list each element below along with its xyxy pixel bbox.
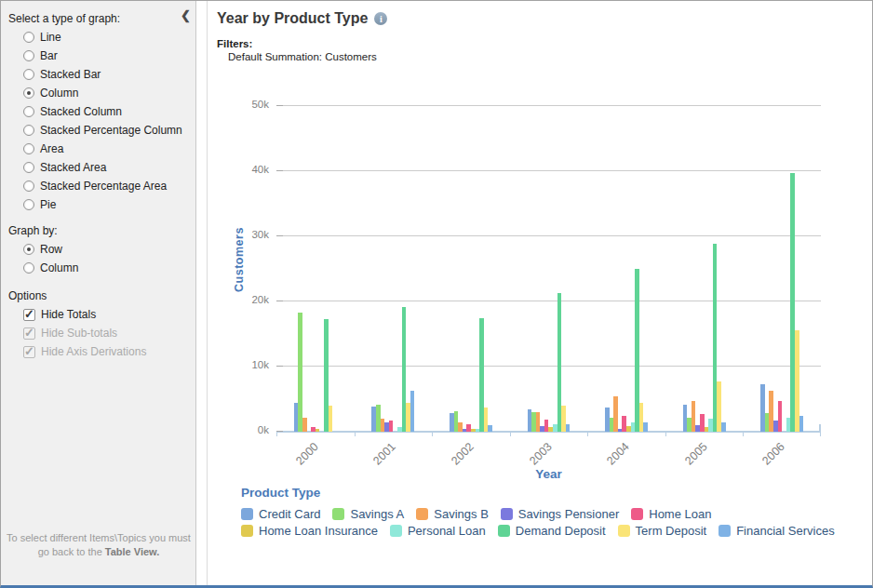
bar-home-loan-2001[interactable] bbox=[389, 421, 394, 432]
info-icon[interactable]: i bbox=[374, 12, 387, 25]
graph-type-column[interactable]: Column bbox=[23, 86, 78, 100]
title-row: Year by Product Type i bbox=[217, 10, 387, 27]
option-hide-axis-derivations: Hide Axis Derivations bbox=[23, 344, 146, 359]
x-axis-title: Year bbox=[276, 467, 821, 481]
bar-savings-a-2000[interactable] bbox=[298, 313, 302, 432]
option-label: Hide Sub-totals bbox=[41, 327, 117, 340]
gridline-40k bbox=[276, 170, 821, 171]
bar-financial-services-2004[interactable] bbox=[643, 422, 648, 432]
y-tick-label-40k: 40k bbox=[222, 164, 269, 175]
legend-swatch-savings-pensioner bbox=[501, 508, 513, 520]
legend-label: Savings A bbox=[350, 507, 404, 521]
graph-type-pie[interactable]: Pie bbox=[23, 197, 56, 212]
gridline-30k bbox=[276, 235, 821, 236]
legend-row-2: Home Loan InsurancePersonal LoanDemand D… bbox=[241, 523, 847, 539]
legend-swatch-term-deposit bbox=[618, 525, 630, 537]
table-view-link[interactable]: Table View. bbox=[105, 546, 160, 557]
bar-financial-services-2005[interactable] bbox=[721, 422, 726, 433]
radio-stacked-area[interactable] bbox=[23, 162, 34, 173]
y-tick-30k bbox=[276, 235, 283, 236]
graph-type-stacked-column[interactable]: Stacked Column bbox=[23, 104, 122, 119]
legend-swatch-home-loan-insurance bbox=[241, 525, 253, 537]
graph-type-line[interactable]: Line bbox=[23, 30, 61, 45]
bar-financial-services-2003[interactable] bbox=[566, 424, 571, 432]
y-tick-20k bbox=[276, 301, 283, 301]
bar-financial-services-2001[interactable] bbox=[410, 391, 415, 432]
radio-pie[interactable] bbox=[23, 199, 34, 210]
radio-stacked-percentage-area[interactable] bbox=[23, 180, 34, 192]
gridline-50k bbox=[276, 105, 821, 106]
bar-financial-services-2002[interactable] bbox=[488, 425, 492, 432]
legend-item-financial-services: Financial Services bbox=[719, 524, 835, 538]
radio-row[interactable] bbox=[23, 244, 34, 255]
legend-swatch-financial-services bbox=[719, 525, 731, 537]
legend-label: Personal Loan bbox=[408, 524, 486, 538]
x-tick-label-2001: 2001 bbox=[371, 440, 399, 468]
x-tick-label-2000: 2000 bbox=[293, 440, 321, 468]
radio-bar[interactable] bbox=[23, 50, 34, 61]
x-tick-label-2006: 2006 bbox=[760, 440, 788, 468]
graph-type-stacked-area[interactable]: Stacked Area bbox=[23, 160, 106, 175]
radio-column[interactable] bbox=[23, 87, 34, 99]
graph-type-section-label: Select a type of graph: bbox=[8, 12, 120, 25]
option-label: Hide Totals bbox=[41, 308, 96, 321]
legend-label: Savings B bbox=[434, 507, 489, 521]
bar-financial-services-2006[interactable] bbox=[799, 416, 804, 433]
graph-by-row[interactable]: Row bbox=[23, 242, 62, 257]
graph-type-stacked-bar[interactable]: Stacked Bar bbox=[23, 67, 101, 82]
graph-type-area[interactable]: Area bbox=[23, 141, 63, 156]
bar-home-loan-insurance-2000[interactable] bbox=[316, 429, 320, 433]
option-hide-totals[interactable]: Hide Totals bbox=[23, 307, 96, 322]
legend-item-personal-loan: Personal Loan bbox=[390, 524, 486, 538]
column-chart-plot-area: Customers Year 0k10k20k30k40k50k20002001… bbox=[276, 89, 821, 432]
legend-swatch-savings-a bbox=[332, 508, 344, 520]
chart-panel: Year by Product Type i Filters: Default … bbox=[208, 1, 872, 585]
y-tick-40k bbox=[276, 170, 283, 171]
radio-line[interactable] bbox=[23, 32, 34, 43]
legend-label: Financial Services bbox=[736, 524, 835, 538]
bar-savings-b-2004[interactable] bbox=[613, 396, 618, 432]
radio-area[interactable] bbox=[23, 143, 34, 154]
x-tick-label-2004: 2004 bbox=[604, 440, 632, 468]
x-axis-tick bbox=[665, 432, 666, 436]
legend-swatch-savings-b bbox=[416, 508, 428, 520]
checkbox-hide-sub-totals bbox=[23, 327, 35, 340]
bar-group-2002 bbox=[432, 318, 510, 433]
legend-swatch-credit-card bbox=[241, 508, 253, 520]
radio-column[interactable] bbox=[23, 262, 34, 274]
legend-item-demand-deposit: Demand Deposit bbox=[498, 524, 606, 538]
y-tick-label-0k: 0k bbox=[222, 424, 269, 435]
bar-savings-b-2000[interactable] bbox=[302, 418, 307, 432]
x-axis-tick bbox=[355, 432, 356, 436]
bar-home-loan-2006[interactable] bbox=[778, 401, 783, 432]
radio-stacked-percentage-column[interactable] bbox=[23, 125, 34, 136]
graph-type-label: Pie bbox=[40, 198, 56, 211]
x-tick-label-2005: 2005 bbox=[682, 440, 710, 468]
bar-group-2000 bbox=[276, 313, 355, 432]
graph-type-label: Stacked Area bbox=[40, 161, 106, 174]
bar-group-2003 bbox=[510, 293, 588, 432]
radio-stacked-bar[interactable] bbox=[23, 69, 34, 80]
graph-type-bar[interactable]: Bar bbox=[23, 48, 58, 63]
graph-type-label: Line bbox=[40, 31, 61, 44]
radio-stacked-column[interactable] bbox=[23, 106, 34, 117]
graph-type-stacked-percentage-area[interactable]: Stacked Percentage Area bbox=[23, 179, 167, 194]
sidebar-footer-note: To select different Items\Topics you mus… bbox=[1, 531, 196, 559]
filters-label: Filters: bbox=[217, 38, 252, 49]
filter-value: Default Summation: Customers bbox=[228, 51, 377, 62]
option-hide-sub-totals: Hide Sub-totals bbox=[23, 326, 117, 341]
checkbox-hide-totals[interactable] bbox=[23, 309, 35, 321]
x-tick-label-2002: 2002 bbox=[449, 440, 477, 468]
graph-by-column[interactable]: Column bbox=[23, 261, 78, 275]
legend-swatch-personal-loan bbox=[390, 525, 402, 537]
legend-label: Savings Pensioner bbox=[518, 507, 619, 521]
bar-term-deposit-2000[interactable] bbox=[329, 406, 333, 432]
graph-by-section-label: Graph by: bbox=[8, 224, 58, 237]
bar-group-2005 bbox=[665, 244, 744, 432]
legend-swatch-home-loan bbox=[631, 508, 643, 520]
footer-note-line1: To select different Items\Topics you mus… bbox=[1, 531, 196, 545]
collapse-sidebar-icon[interactable]: ❮ bbox=[181, 8, 191, 22]
graph-type-stacked-percentage-column[interactable]: Stacked Percentage Column bbox=[23, 123, 182, 138]
x-axis-tick bbox=[276, 432, 277, 436]
bar-group-2001 bbox=[355, 307, 433, 432]
